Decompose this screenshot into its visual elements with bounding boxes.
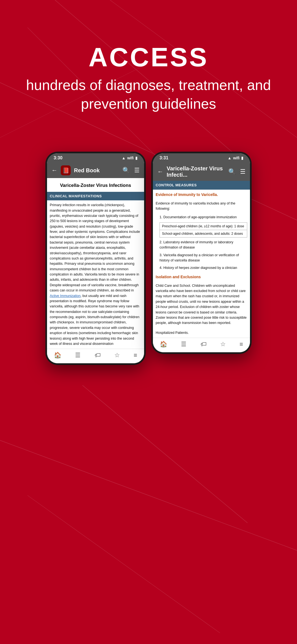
phones-container: 3:30 ▲ wifi ▮ ← 📕 Red Book 🔍 ☰ — [0, 135, 297, 370]
app-title-right: Varicella-Zoster Virus Infecti... — [167, 165, 225, 178]
phone-right: 3:31 ▲ wifi ▮ ← Varicella-Zoster Virus I… — [151, 152, 252, 354]
app-header-left: ← 📕 Red Book 🔍 ☰ — [47, 163, 144, 178]
table-row-2: School-aged children, adolescents, and a… — [160, 230, 247, 237]
bottom-section — [0, 370, 297, 481]
back-button-left[interactable]: ← — [51, 167, 57, 174]
search-icon-right[interactable]: 🔍 — [228, 168, 236, 175]
battery-icon-right: ▮ — [241, 156, 243, 160]
screen-content-right: CONTROL MEASURES Evidence of Immunity to… — [153, 181, 250, 338]
back-button-right[interactable]: ← — [157, 168, 163, 175]
hero-access-title: ACCESS — [16, 44, 280, 70]
list-item-4: 4. History of herpes zoster diagnosed by… — [153, 264, 250, 272]
status-bar-left: 3:30 ▲ wifi ▮ — [47, 153, 144, 163]
subsection-immunity: Evidence of Immunity to Varicella. — [153, 190, 250, 199]
list-item-1: 1. Documentation of age-appropriate immu… — [153, 214, 250, 221]
section-header-left: CLINICAL MANIFESTATIONS — [47, 192, 144, 201]
page-title-left: Varicella-Zoster Virus Infections — [47, 178, 144, 192]
wifi-icon-right: wifi — [233, 156, 240, 160]
phone-left-screen: 3:30 ▲ wifi ▮ ← 📕 Red Book 🔍 ☰ — [47, 153, 144, 363]
wifi-icon-left: wifi — [127, 156, 134, 160]
nav-tag-right[interactable]: 🏷 — [200, 341, 207, 348]
status-bar-right: 3:31 ▲ wifi ▮ — [153, 153, 250, 163]
status-icons-left: ▲ wifi ▮ — [122, 156, 138, 160]
menu-icon-right[interactable]: ☰ — [240, 168, 246, 175]
signal-icon-right: ▲ — [228, 156, 232, 160]
active-immunization-link[interactable]: Active Immunization — [50, 294, 81, 298]
hero-subtitle: hundreds of diagnoses, treatment, and pr… — [16, 76, 280, 113]
app-logo-icon: 📕 — [62, 167, 69, 174]
isolation-text: Child Care and School. Children with unc… — [153, 281, 250, 328]
battery-icon-left: ▮ — [135, 156, 138, 160]
nav-list-left[interactable]: ☰ — [75, 352, 81, 359]
app-title-left: Red Book — [74, 167, 119, 174]
section-header-right: CONTROL MEASURES — [153, 181, 250, 190]
app-header-icons-right: 🔍 ☰ — [228, 168, 246, 175]
subsection-isolation: Isolation and Exclusions — [153, 272, 250, 281]
app-header-right: ← Varicella-Zoster Virus Infecti... 🔍 ☰ — [153, 163, 250, 181]
table-row-1: Preschool-aged children (ie, ≥12 months … — [160, 223, 247, 230]
nav-notes-left[interactable]: ≡ — [134, 352, 137, 359]
status-icons-right: ▲ wifi ▮ — [228, 156, 243, 160]
nav-home-right[interactable]: 🏠 — [160, 341, 167, 348]
body-text-left: Primary infection results in varicella (… — [47, 200, 144, 349]
intro-text-right: Evidence of immunity to varicella includ… — [153, 199, 250, 214]
menu-icon-left[interactable]: ☰ — [134, 167, 140, 174]
search-icon-left[interactable]: 🔍 — [122, 167, 130, 174]
screen-content-left: Varicella-Zoster Virus Infections CLINIC… — [47, 178, 144, 349]
nav-home-left[interactable]: 🏠 — [54, 352, 61, 359]
app-logo-left: 📕 — [61, 165, 71, 175]
svg-line-7 — [28, 495, 220, 633]
bottom-nav-right: 🏠 ☰ 🏷 ☆ ≡ — [153, 338, 250, 352]
hero-section: ACCESS hundreds of diagnoses, treatment,… — [0, 0, 297, 135]
phone-left: 3:30 ▲ wifi ▮ ← 📕 Red Book 🔍 ☰ — [45, 152, 146, 365]
signal-icon-left: ▲ — [122, 156, 126, 160]
nav-list-right[interactable]: ☰ — [181, 341, 186, 348]
hospitalized-text: Hospitalized Patients. — [153, 328, 250, 338]
list-item-2: 2. Laboratory evidence of immunity or la… — [153, 239, 250, 252]
time-left: 3:30 — [54, 155, 62, 160]
time-right: 3:31 — [160, 155, 168, 160]
nav-star-right[interactable]: ☆ — [220, 341, 226, 348]
table-box: Preschool-aged children (ie, ≥12 months … — [160, 222, 247, 238]
list-item-3: 3. Varicella diagnosed by a clinician or… — [153, 252, 250, 264]
phone-right-screen: 3:31 ▲ wifi ▮ ← Varicella-Zoster Virus I… — [153, 153, 250, 352]
nav-star-left[interactable]: ☆ — [114, 352, 120, 359]
nav-notes-right[interactable]: ≡ — [240, 341, 243, 348]
app-header-icons-left: 🔍 ☰ — [122, 167, 140, 174]
nav-tag-left[interactable]: 🏷 — [95, 352, 101, 359]
bottom-nav-left: 🏠 ☰ 🏷 ☆ ≡ — [47, 349, 144, 363]
